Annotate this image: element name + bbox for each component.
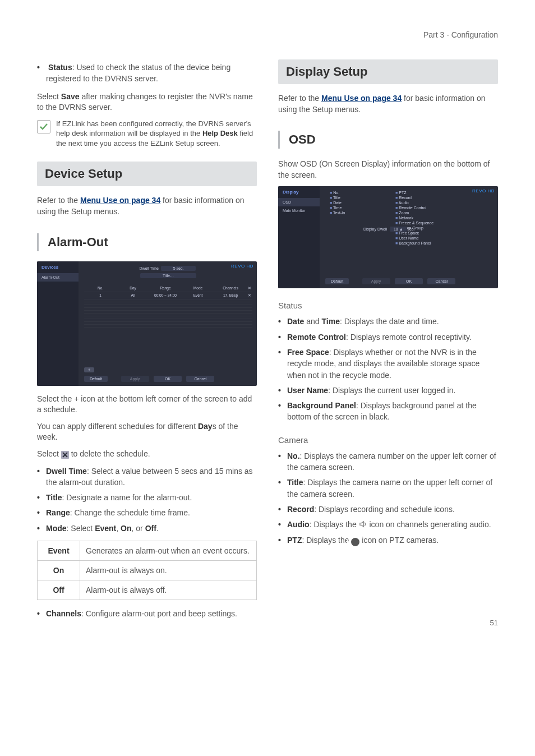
b-post: icon on PTZ cameras. [359, 536, 439, 545]
sidebar-title-devices: Devices [37, 261, 79, 273]
delete-row-icon[interactable]: ✕ [247, 293, 252, 298]
cell-mode: Event [182, 293, 214, 298]
b-lead: User Name [287, 386, 328, 395]
ptz-p-icon: P [351, 538, 359, 546]
check-time[interactable]: Time [330, 206, 345, 210]
check-zoom[interactable]: Zoom [395, 211, 433, 215]
ok-button[interactable]: OK [395, 278, 423, 284]
check-date[interactable]: Date [330, 201, 345, 205]
check-record[interactable]: Record [395, 196, 433, 200]
sidebar-item-osd[interactable]: OSD [278, 198, 320, 206]
check-bgpanel[interactable]: Background Panel [395, 241, 433, 245]
status-username-bullet: User Name: Displays the current user log… [278, 385, 498, 396]
check-no[interactable]: No. [330, 191, 345, 195]
mode-on-desc: Alarm-out is always on. [80, 561, 257, 580]
title-button[interactable]: Title… [140, 273, 196, 278]
menu-use-link[interactable]: Menu Use on page 34 [321, 94, 402, 103]
cell-no: 1 [84, 293, 117, 298]
b-rest: : Designate a name for the alarm-out. [62, 493, 192, 502]
th-range: Range [149, 286, 182, 291]
alarm-p2: You can apply different schedules for di… [37, 421, 257, 443]
camera-subhead: Camera [278, 435, 498, 445]
ap2-pre: You can apply different schedules for di… [37, 422, 198, 431]
b-lead: Background Panel [287, 401, 356, 410]
mode-off-label: Off [38, 580, 80, 600]
mode-bullet: Mode: Select Event, On, or Off. [37, 523, 257, 534]
check-freespace[interactable]: Free Space [395, 231, 433, 235]
ap3-post: to delete the schedule. [69, 449, 150, 458]
osd-left-checks: No. Title Date Time Text-In [330, 191, 345, 246]
b-rest: : Change the schedule time frame. [70, 508, 190, 517]
b-rest: : Displays remote control receptivity. [346, 333, 472, 342]
page-header-part: Part 3 - Configuration [423, 30, 498, 39]
cell-range: 00:00 ~ 24:00 [149, 293, 182, 298]
b-rest: : Displays the current user logged in. [328, 386, 455, 395]
th-x: ✕ [247, 286, 252, 291]
check-audio[interactable]: Audio [395, 201, 433, 205]
mode-event-desc: Generates an alarm-out when an event occ… [80, 541, 257, 561]
cancel-button[interactable]: Cancel [186, 376, 214, 382]
check-freeze[interactable]: Freeze & Sequence [395, 221, 433, 225]
apply-button[interactable]: Apply [362, 278, 390, 284]
delete-x-icon [61, 451, 69, 459]
dwell-time-select[interactable]: 5 sec. [161, 266, 196, 271]
ap3-pre: Select [37, 449, 61, 458]
dwell-time-bullet: Dwell Time: Select a value between 5 sec… [37, 465, 257, 488]
dsi-pre: Refer to the [37, 196, 80, 205]
check-icon [37, 120, 50, 133]
title-bullet: Title: Designate a name for the alarm-ou… [37, 492, 257, 503]
ap2-bold: Day [198, 422, 213, 431]
mode-row-event: Event Generates an alarm-out when an eve… [38, 541, 257, 561]
check-title[interactable]: Title [330, 196, 345, 200]
th-mode: Mode [182, 286, 214, 291]
apply-button[interactable]: Apply [121, 376, 149, 382]
left-column: Status: Used to check the status of the … [37, 59, 257, 626]
b-lead: Record [287, 505, 314, 514]
status-date-time-bullet: Date and Time: Displays the date and tim… [278, 316, 498, 327]
channels-bullet: Channels: Configure alarm-out port and b… [37, 608, 257, 619]
osd-sidebar: Display OSD Main Monitor [278, 186, 320, 288]
camera-ptz-bullet: PTZ: Displays the P icon on PTZ cameras. [278, 534, 498, 547]
mode-row-on: On Alarm-out is always on. [38, 561, 257, 580]
b-lead: No. [287, 451, 300, 460]
camera-record-bullet: Record: Displays recording and schedule … [278, 504, 498, 515]
b-lead: PTZ [287, 536, 302, 545]
table-row[interactable]: 1 All 00:00 ~ 24:00 Event 17, Beep ✕ [84, 292, 252, 299]
b-post: icon on channels generating audio. [367, 520, 491, 529]
check-username[interactable]: User Name [395, 236, 433, 240]
device-setup-intro: Refer to the Menu Use on page 34 for bas… [37, 195, 257, 217]
add-schedule-button[interactable]: + [84, 367, 94, 372]
sidebar-item-alarm-out[interactable]: Alarm-Out [37, 273, 79, 282]
alarm-screenshot-sidebar: Devices Alarm-Out [37, 261, 79, 386]
cancel-button[interactable]: Cancel [427, 278, 455, 284]
save-pre: Select [37, 92, 61, 101]
display-dwell-value[interactable]: 10 ▲ [390, 227, 407, 232]
menu-use-link[interactable]: Menu Use on page 34 [80, 196, 160, 205]
check-ptz[interactable]: PTZ [395, 191, 433, 195]
b-lead: Mode [46, 524, 67, 533]
mode-row-off: Off Alarm-out is always off. [38, 580, 257, 600]
right-column: Display Setup Refer to the Menu Use on p… [278, 59, 498, 626]
save-line: Select Save after making changes to regi… [37, 91, 257, 113]
camera-no-bullet: No.: Displays the camera number on the u… [278, 450, 498, 473]
display-dwell-unit: sec. [408, 227, 415, 231]
display-setup-heading: Display Setup [278, 59, 498, 84]
osd-heading: OSD [278, 131, 498, 149]
cell-channels: 17, Beep [214, 293, 247, 298]
th-no: No. [84, 286, 117, 291]
ezlink-note: If EZLink has been configured correctly,… [37, 119, 257, 149]
b-lead: Remote Control [287, 333, 346, 342]
mode-off: Off [145, 524, 156, 533]
status-remote-bullet: Remote Control: Displays remote control … [278, 331, 498, 343]
b-rest: : Configure alarm-out port and beep sett… [81, 609, 237, 618]
help-desk-bold: Help Desk [202, 129, 238, 137]
check-remote[interactable]: Remote Control [395, 206, 433, 210]
check-network[interactable]: Network [395, 216, 433, 220]
b-lead2: Time [322, 317, 340, 326]
ok-button[interactable]: OK [154, 376, 182, 382]
display-setup-intro: Refer to the Menu Use on page 34 for bas… [278, 93, 498, 115]
check-textin[interactable]: Text-In [330, 211, 345, 215]
b-lead: Title [287, 478, 303, 487]
sidebar-item-main-monitor[interactable]: Main Monitor [278, 206, 320, 215]
mode-on: On [121, 524, 131, 533]
